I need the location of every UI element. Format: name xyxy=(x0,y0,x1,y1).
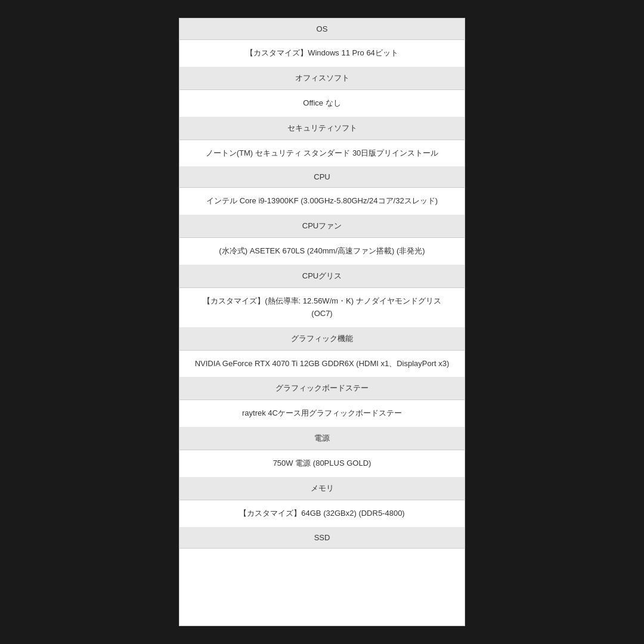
spec-section-cpu-fan: CPUファン(水冷式) ASETEK 670LS (240mm/高速ファン搭載)… xyxy=(179,215,465,265)
spec-list: OS【カスタマイズ】Windows 11 Pro 64ビットオフィスソフトOff… xyxy=(179,18,465,549)
spec-value-os: 【カスタマイズ】Windows 11 Pro 64ビット xyxy=(179,40,465,67)
spec-value-graphics-stay: raytrek 4Cケース用グラフィックボードステー xyxy=(179,400,465,427)
spec-section-cpu-grease: CPUグリス【カスタマイズ】(熱伝導率: 12.56W/m・K) ナノダイヤモン… xyxy=(179,265,465,327)
spec-card: OS【カスタマイズ】Windows 11 Pro 64ビットオフィスソフトOff… xyxy=(179,18,465,626)
spec-value-cpu: インテル Core i9-13900KF (3.00GHz-5.80GHz/24… xyxy=(179,188,465,215)
spec-value-cpu-grease: 【カスタマイズ】(熱伝導率: 12.56W/m・K) ナノダイヤモンドグリス (… xyxy=(179,288,465,327)
spec-header-office: オフィスソフト xyxy=(179,67,465,90)
page-background: OS【カスタマイズ】Windows 11 Pro 64ビットオフィスソフトOff… xyxy=(0,0,644,644)
spec-value-office: Office なし xyxy=(179,90,465,117)
spec-section-memory: メモリ【カスタマイズ】64GB (32GBx2) (DDR5-4800) xyxy=(179,477,465,527)
spec-header-security: セキュリティソフト xyxy=(179,117,465,140)
spec-section-ssd: SSD xyxy=(179,527,465,549)
spec-section-os: OS【カスタマイズ】Windows 11 Pro 64ビット xyxy=(179,18,465,67)
spec-header-graphics: グラフィック機能 xyxy=(179,327,465,351)
spec-section-security: セキュリティソフトノートン(TM) セキュリティ スタンダード 30日版プリイン… xyxy=(179,117,465,167)
spec-value-memory: 【カスタマイズ】64GB (32GBx2) (DDR5-4800) xyxy=(179,500,465,527)
spec-header-cpu: CPU xyxy=(179,166,465,188)
spec-value-power: 750W 電源 (80PLUS GOLD) xyxy=(179,450,465,477)
spec-section-graphics: グラフィック機能NVIDIA GeForce RTX 4070 Ti 12GB … xyxy=(179,327,465,377)
spec-header-graphics-stay: グラフィックボードステー xyxy=(179,377,465,400)
spec-value-security: ノートン(TM) セキュリティ スタンダード 30日版プリインストール xyxy=(179,140,465,167)
spec-value-graphics: NVIDIA GeForce RTX 4070 Ti 12GB GDDR6X (… xyxy=(179,351,465,377)
spec-header-cpu-grease: CPUグリス xyxy=(179,265,465,288)
spec-header-power: 電源 xyxy=(179,427,465,450)
spec-section-office: オフィスソフトOffice なし xyxy=(179,67,465,117)
spec-header-ssd: SSD xyxy=(179,527,465,549)
spec-header-cpu-fan: CPUファン xyxy=(179,215,465,238)
spec-header-os: OS xyxy=(179,18,465,40)
spec-section-cpu: CPUインテル Core i9-13900KF (3.00GHz-5.80GHz… xyxy=(179,166,465,215)
spec-value-cpu-fan: (水冷式) ASETEK 670LS (240mm/高速ファン搭載) (非発光) xyxy=(179,238,465,265)
spec-header-memory: メモリ xyxy=(179,477,465,500)
spec-section-power: 電源750W 電源 (80PLUS GOLD) xyxy=(179,427,465,477)
spec-section-graphics-stay: グラフィックボードステーraytrek 4Cケース用グラフィックボードステー xyxy=(179,377,465,427)
